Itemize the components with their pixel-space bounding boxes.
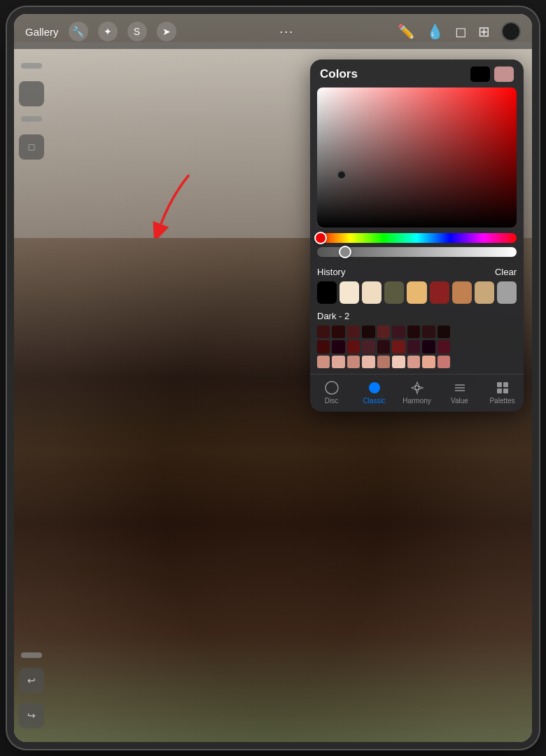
history-swatch-7[interactable] — [475, 281, 494, 304]
value-label: Value — [451, 397, 468, 405]
square-tool[interactable]: □ — [19, 134, 44, 160]
tab-palettes[interactable]: Palettes — [481, 380, 524, 405]
screen: Gallery 🔧 ✦ S ➤ ··· ✏️ 💧 ◻ ⊞ □ — [14, 14, 532, 742]
svg-rect-9 — [503, 388, 508, 393]
palette-swatch-13[interactable] — [377, 340, 390, 353]
sidebar-handle-mid[interactable] — [21, 116, 42, 122]
background-color-swatch[interactable] — [494, 66, 514, 82]
palette-label: Dark - 2 — [317, 311, 517, 321]
magic-icon[interactable]: ✦ — [98, 22, 118, 41]
history-swatch-5[interactable] — [430, 281, 449, 304]
palette-swatch-24[interactable] — [407, 356, 420, 368]
pen-icon[interactable]: ✏️ — [398, 23, 415, 40]
svg-point-2 — [369, 382, 380, 393]
palette-swatch-8[interactable] — [438, 326, 450, 338]
tab-disc[interactable]: Disc — [310, 380, 353, 405]
palette-grid — [317, 326, 450, 368]
history-swatch-6[interactable] — [452, 281, 472, 304]
panel-title: Colors — [320, 67, 358, 81]
disc-label: Disc — [325, 397, 338, 405]
palette-swatch-5[interactable] — [392, 326, 405, 338]
tab-classic[interactable]: Classic — [353, 380, 396, 405]
palette-swatch-21[interactable] — [362, 356, 374, 368]
gallery-button[interactable]: Gallery — [25, 26, 59, 38]
toolbar-left: Gallery 🔧 ✦ S ➤ — [25, 22, 176, 41]
palette-swatch-25[interactable] — [422, 356, 435, 368]
nav-icon[interactable]: ➤ — [157, 22, 176, 41]
palette-swatch-14[interactable] — [392, 340, 405, 353]
palette-swatch-2[interactable] — [347, 326, 360, 338]
svg-rect-7 — [503, 382, 508, 387]
palette-swatch-0[interactable] — [317, 326, 330, 338]
history-swatch-2[interactable] — [362, 281, 382, 304]
sidebar-handle-top[interactable] — [21, 63, 42, 69]
toolbar-right: ✏️ 💧 ◻ ⊞ — [398, 22, 521, 41]
palette-swatch-22[interactable] — [377, 356, 390, 368]
harmony-icon — [410, 380, 425, 396]
panel-tabs: Disc Classic Harmony — [310, 374, 524, 412]
palette-swatch-1[interactable] — [332, 326, 344, 338]
palette-swatch-16[interactable] — [422, 340, 435, 353]
brush-size-large[interactable] — [19, 81, 44, 106]
value-icon — [452, 380, 468, 396]
palette-swatch-9[interactable] — [317, 340, 330, 353]
history-swatch-4[interactable] — [407, 281, 426, 304]
svg-rect-8 — [497, 388, 502, 393]
wrench-icon[interactable]: 🔧 — [69, 22, 88, 41]
palette-swatch-4[interactable] — [377, 326, 390, 338]
sidebar-handle-bottom[interactable] — [21, 652, 42, 658]
hue-thumb[interactable] — [314, 232, 327, 244]
value-slider[interactable] — [317, 247, 517, 257]
palette-swatch-26[interactable] — [438, 356, 450, 368]
hue-slider[interactable] — [317, 233, 517, 243]
redo-button[interactable]: ↪ — [19, 703, 44, 728]
palette-swatch-12[interactable] — [362, 340, 374, 353]
history-swatch-1[interactable] — [340, 281, 359, 304]
history-swatch-3[interactable] — [384, 281, 404, 304]
undo-button[interactable]: ↩ — [19, 668, 44, 693]
more-options[interactable]: ··· — [279, 24, 294, 39]
history-label: History — [317, 267, 345, 277]
history-swatches — [317, 281, 517, 304]
color-picker-gradient[interactable] — [317, 88, 517, 227]
palette-swatch-6[interactable] — [407, 326, 420, 338]
value-slider-container — [317, 247, 517, 257]
classic-label: Classic — [363, 397, 385, 405]
picker-handle[interactable] — [337, 170, 346, 180]
clear-button[interactable]: Clear — [495, 267, 517, 277]
disc-icon — [324, 380, 340, 396]
ipad-frame: Gallery 🔧 ✦ S ➤ ··· ✏️ 💧 ◻ ⊞ □ — [7, 7, 539, 749]
toolbar-center: ··· — [176, 24, 398, 39]
eraser-icon[interactable]: ◻ — [455, 23, 467, 40]
layers-icon[interactable]: ⊞ — [478, 23, 490, 40]
classic-icon — [367, 380, 382, 396]
palette-swatch-23[interactable] — [392, 356, 405, 368]
history-swatch-0[interactable] — [317, 281, 337, 304]
left-sidebar: □ ↩ ↪ — [14, 49, 49, 742]
palettes-label: Palettes — [489, 397, 514, 405]
color-avatar[interactable] — [501, 22, 521, 41]
harmony-label: Harmony — [402, 397, 431, 405]
tab-value[interactable]: Value — [438, 380, 481, 405]
palette-swatch-11[interactable] — [347, 340, 360, 353]
eyedropper-icon[interactable]: 💧 — [426, 23, 444, 40]
palette-swatch-15[interactable] — [407, 340, 420, 353]
colors-panel: Colors — [310, 59, 524, 412]
palette-swatch-18[interactable] — [317, 356, 330, 368]
palette-swatch-3[interactable] — [362, 326, 374, 338]
hue-slider-container — [317, 233, 517, 243]
palette-swatch-19[interactable] — [332, 356, 344, 368]
value-thumb[interactable] — [339, 246, 351, 258]
panel-color-swatches — [470, 66, 514, 82]
style-icon[interactable]: S — [127, 22, 147, 41]
toolbar: Gallery 🔧 ✦ S ➤ ··· ✏️ 💧 ◻ ⊞ — [14, 14, 532, 49]
history-swatch-8[interactable] — [497, 281, 517, 304]
history-header: History Clear — [317, 267, 517, 277]
tab-harmony[interactable]: Harmony — [396, 380, 438, 405]
palettes-icon — [495, 380, 510, 396]
palette-swatch-20[interactable] — [347, 356, 360, 368]
foreground-color-swatch[interactable] — [470, 66, 490, 82]
palette-swatch-17[interactable] — [438, 340, 450, 353]
palette-swatch-10[interactable] — [332, 340, 344, 353]
palette-swatch-7[interactable] — [422, 326, 435, 338]
